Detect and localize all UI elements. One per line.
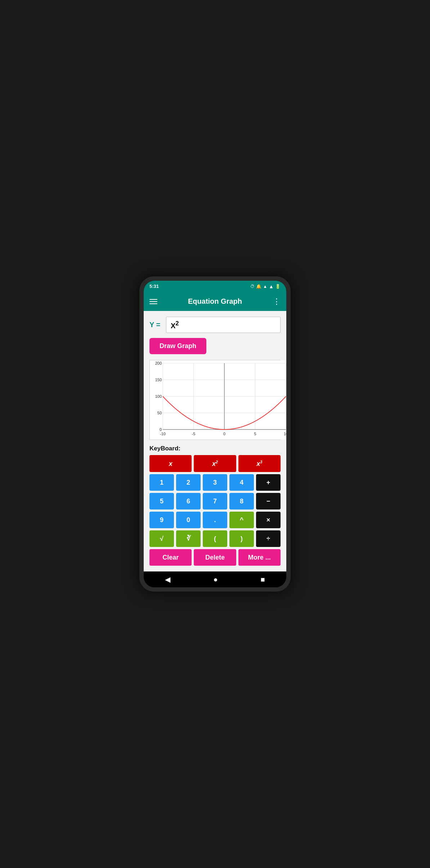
more-icon[interactable]: ⋮	[273, 297, 281, 306]
key-3[interactable]: 3	[203, 474, 227, 491]
key-2[interactable]: 2	[176, 474, 201, 491]
key-x-squared[interactable]: x2	[194, 455, 236, 472]
key-4[interactable]: 4	[229, 474, 254, 491]
key-sqrt[interactable]: √	[149, 530, 174, 547]
key-8[interactable]: 8	[229, 493, 254, 509]
kb-row-actions: Clear Delete More ...	[149, 549, 281, 566]
key-multiply[interactable]: ×	[256, 512, 281, 528]
app-body: Y = X2 Draw Graph KeyBoard: x x2 x3	[144, 311, 286, 572]
menu-icon[interactable]	[149, 299, 157, 304]
graph-canvas	[150, 360, 286, 440]
key-9[interactable]: 9	[149, 512, 174, 528]
more-button[interactable]: More ...	[238, 549, 281, 566]
home-nav-icon[interactable]: ●	[213, 575, 218, 584]
battery-icon: 🔋	[275, 284, 281, 289]
kb-row-5678minus: 5 6 7 8 −	[149, 493, 281, 509]
key-x[interactable]: x	[149, 455, 192, 472]
y-label: Y =	[149, 321, 162, 329]
recent-nav-icon[interactable]: ■	[260, 575, 265, 584]
key-open-paren[interactable]: (	[203, 530, 227, 547]
key-divide[interactable]: ÷	[256, 530, 281, 547]
delete-button[interactable]: Delete	[194, 549, 236, 566]
kb-row-90dotcaret: 9 0 . ^ ×	[149, 512, 281, 528]
key-0[interactable]: 0	[176, 512, 201, 528]
keyboard-label: KeyBoard:	[149, 445, 281, 452]
graph-container	[149, 360, 281, 440]
keyboard: x x2 x3 1 2 3 4 + 5 6 7 8	[149, 455, 281, 566]
phone-inner: 5:31 ⏱ 🔔 ▲ ▲ 🔋 Equation Graph ⋮ Y = X2	[144, 281, 286, 588]
phone-shell: 5:31 ⏱ 🔔 ▲ ▲ 🔋 Equation Graph ⋮ Y = X2	[139, 276, 291, 592]
equation-row: Y = X2	[149, 317, 281, 333]
nav-bar: ◀ ● ■	[144, 571, 286, 587]
status-icons: ⏱ 🔔 ▲ ▲ 🔋	[250, 284, 281, 289]
clear-button[interactable]: Clear	[149, 549, 192, 566]
key-plus[interactable]: +	[256, 474, 281, 491]
kb-row-variables: x x2 x3	[149, 455, 281, 472]
key-dot[interactable]: .	[203, 512, 227, 528]
kb-row-roots: √ ∛ ( ) ÷	[149, 530, 281, 547]
kb-row-1234plus: 1 2 3 4 +	[149, 474, 281, 491]
toolbar: Equation Graph ⋮	[144, 292, 286, 311]
status-bar: 5:31 ⏱ 🔔 ▲ ▲ 🔋	[144, 281, 286, 292]
equation-input[interactable]: X2	[166, 317, 281, 333]
notification-icon: 🔔	[256, 284, 261, 289]
key-cbrt[interactable]: ∛	[176, 530, 201, 547]
draw-graph-button[interactable]: Draw Graph	[149, 338, 206, 354]
back-nav-icon[interactable]: ◀	[165, 575, 170, 584]
key-caret[interactable]: ^	[229, 512, 254, 528]
key-1[interactable]: 1	[149, 474, 174, 491]
key-close-paren[interactable]: )	[229, 530, 254, 547]
key-minus[interactable]: −	[256, 493, 281, 509]
key-6[interactable]: 6	[176, 493, 201, 509]
key-x-cubed[interactable]: x3	[238, 455, 281, 472]
key-5[interactable]: 5	[149, 493, 174, 509]
key-7[interactable]: 7	[203, 493, 227, 509]
status-time: 5:31	[149, 284, 159, 289]
signal-icon: ▲	[269, 284, 274, 289]
alarm-icon: ⏱	[250, 284, 255, 289]
toolbar-title: Equation Graph	[188, 297, 242, 306]
wifi-icon: ▲	[263, 284, 267, 289]
